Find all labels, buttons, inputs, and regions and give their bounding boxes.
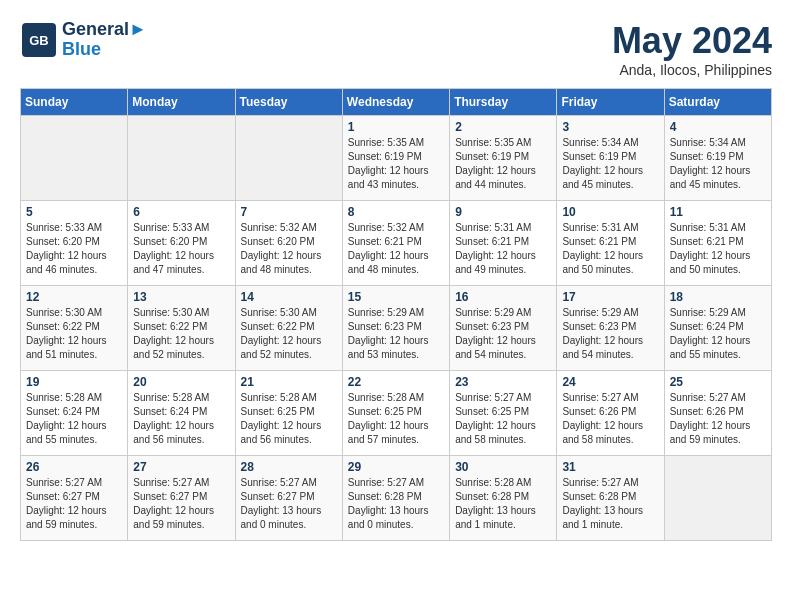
calendar-cell: [128, 116, 235, 201]
day-info: Sunrise: 5:33 AM Sunset: 6:20 PM Dayligh…: [133, 221, 229, 277]
day-info: Sunrise: 5:29 AM Sunset: 6:23 PM Dayligh…: [562, 306, 658, 362]
calendar-table: SundayMondayTuesdayWednesdayThursdayFrid…: [20, 88, 772, 541]
day-info: Sunrise: 5:29 AM Sunset: 6:23 PM Dayligh…: [455, 306, 551, 362]
day-number: 17: [562, 290, 658, 304]
day-number: 31: [562, 460, 658, 474]
day-of-week-header: Saturday: [664, 89, 771, 116]
day-info: Sunrise: 5:34 AM Sunset: 6:19 PM Dayligh…: [670, 136, 766, 192]
calendar-header-row: SundayMondayTuesdayWednesdayThursdayFrid…: [21, 89, 772, 116]
calendar-cell: 29Sunrise: 5:27 AM Sunset: 6:28 PM Dayli…: [342, 456, 449, 541]
calendar-cell: 14Sunrise: 5:30 AM Sunset: 6:22 PM Dayli…: [235, 286, 342, 371]
calendar-cell: 19Sunrise: 5:28 AM Sunset: 6:24 PM Dayli…: [21, 371, 128, 456]
day-info: Sunrise: 5:33 AM Sunset: 6:20 PM Dayligh…: [26, 221, 122, 277]
calendar-cell: 16Sunrise: 5:29 AM Sunset: 6:23 PM Dayli…: [450, 286, 557, 371]
calendar-cell: 20Sunrise: 5:28 AM Sunset: 6:24 PM Dayli…: [128, 371, 235, 456]
calendar-cell: 18Sunrise: 5:29 AM Sunset: 6:24 PM Dayli…: [664, 286, 771, 371]
calendar-cell: 15Sunrise: 5:29 AM Sunset: 6:23 PM Dayli…: [342, 286, 449, 371]
calendar-cell: 7Sunrise: 5:32 AM Sunset: 6:20 PM Daylig…: [235, 201, 342, 286]
calendar-cell: 1Sunrise: 5:35 AM Sunset: 6:19 PM Daylig…: [342, 116, 449, 201]
calendar-cell: 12Sunrise: 5:30 AM Sunset: 6:22 PM Dayli…: [21, 286, 128, 371]
day-number: 26: [26, 460, 122, 474]
svg-text:GB: GB: [29, 33, 49, 48]
day-number: 28: [241, 460, 337, 474]
day-of-week-header: Wednesday: [342, 89, 449, 116]
calendar-cell: 30Sunrise: 5:28 AM Sunset: 6:28 PM Dayli…: [450, 456, 557, 541]
day-of-week-header: Friday: [557, 89, 664, 116]
day-number: 7: [241, 205, 337, 219]
calendar-week-row: 1Sunrise: 5:35 AM Sunset: 6:19 PM Daylig…: [21, 116, 772, 201]
day-number: 5: [26, 205, 122, 219]
day-info: Sunrise: 5:31 AM Sunset: 6:21 PM Dayligh…: [670, 221, 766, 277]
day-of-week-header: Monday: [128, 89, 235, 116]
calendar-cell: 28Sunrise: 5:27 AM Sunset: 6:27 PM Dayli…: [235, 456, 342, 541]
day-of-week-header: Sunday: [21, 89, 128, 116]
day-number: 21: [241, 375, 337, 389]
day-info: Sunrise: 5:34 AM Sunset: 6:19 PM Dayligh…: [562, 136, 658, 192]
day-info: Sunrise: 5:27 AM Sunset: 6:26 PM Dayligh…: [670, 391, 766, 447]
day-info: Sunrise: 5:28 AM Sunset: 6:25 PM Dayligh…: [348, 391, 444, 447]
month-title: May 2024: [612, 20, 772, 62]
day-number: 9: [455, 205, 551, 219]
day-info: Sunrise: 5:29 AM Sunset: 6:23 PM Dayligh…: [348, 306, 444, 362]
day-info: Sunrise: 5:27 AM Sunset: 6:27 PM Dayligh…: [241, 476, 337, 532]
day-number: 18: [670, 290, 766, 304]
day-info: Sunrise: 5:27 AM Sunset: 6:27 PM Dayligh…: [133, 476, 229, 532]
day-number: 8: [348, 205, 444, 219]
location: Anda, Ilocos, Philippines: [612, 62, 772, 78]
day-number: 22: [348, 375, 444, 389]
calendar-cell: 27Sunrise: 5:27 AM Sunset: 6:27 PM Dayli…: [128, 456, 235, 541]
calendar-body: 1Sunrise: 5:35 AM Sunset: 6:19 PM Daylig…: [21, 116, 772, 541]
calendar-week-row: 5Sunrise: 5:33 AM Sunset: 6:20 PM Daylig…: [21, 201, 772, 286]
day-number: 2: [455, 120, 551, 134]
day-number: 23: [455, 375, 551, 389]
day-info: Sunrise: 5:28 AM Sunset: 6:24 PM Dayligh…: [26, 391, 122, 447]
calendar-cell: 9Sunrise: 5:31 AM Sunset: 6:21 PM Daylig…: [450, 201, 557, 286]
logo-icon: GB: [20, 21, 58, 59]
day-info: Sunrise: 5:32 AM Sunset: 6:21 PM Dayligh…: [348, 221, 444, 277]
day-info: Sunrise: 5:31 AM Sunset: 6:21 PM Dayligh…: [455, 221, 551, 277]
calendar-cell: 26Sunrise: 5:27 AM Sunset: 6:27 PM Dayli…: [21, 456, 128, 541]
day-number: 12: [26, 290, 122, 304]
calendar-cell: [664, 456, 771, 541]
calendar-cell: 3Sunrise: 5:34 AM Sunset: 6:19 PM Daylig…: [557, 116, 664, 201]
calendar-cell: 2Sunrise: 5:35 AM Sunset: 6:19 PM Daylig…: [450, 116, 557, 201]
day-info: Sunrise: 5:28 AM Sunset: 6:25 PM Dayligh…: [241, 391, 337, 447]
logo-line1: General►: [62, 20, 147, 40]
day-info: Sunrise: 5:27 AM Sunset: 6:28 PM Dayligh…: [348, 476, 444, 532]
day-of-week-header: Thursday: [450, 89, 557, 116]
day-info: Sunrise: 5:28 AM Sunset: 6:24 PM Dayligh…: [133, 391, 229, 447]
day-number: 25: [670, 375, 766, 389]
day-number: 16: [455, 290, 551, 304]
day-number: 11: [670, 205, 766, 219]
page-header: GB General► Blue May 2024 Anda, Ilocos, …: [20, 20, 772, 78]
calendar-cell: 31Sunrise: 5:27 AM Sunset: 6:28 PM Dayli…: [557, 456, 664, 541]
day-number: 13: [133, 290, 229, 304]
day-number: 6: [133, 205, 229, 219]
day-info: Sunrise: 5:27 AM Sunset: 6:28 PM Dayligh…: [562, 476, 658, 532]
calendar-cell: 4Sunrise: 5:34 AM Sunset: 6:19 PM Daylig…: [664, 116, 771, 201]
calendar-cell: 6Sunrise: 5:33 AM Sunset: 6:20 PM Daylig…: [128, 201, 235, 286]
day-number: 27: [133, 460, 229, 474]
calendar-cell: 17Sunrise: 5:29 AM Sunset: 6:23 PM Dayli…: [557, 286, 664, 371]
day-info: Sunrise: 5:35 AM Sunset: 6:19 PM Dayligh…: [455, 136, 551, 192]
day-info: Sunrise: 5:30 AM Sunset: 6:22 PM Dayligh…: [133, 306, 229, 362]
day-number: 20: [133, 375, 229, 389]
logo: GB General► Blue: [20, 20, 147, 60]
day-info: Sunrise: 5:27 AM Sunset: 6:25 PM Dayligh…: [455, 391, 551, 447]
day-number: 19: [26, 375, 122, 389]
day-info: Sunrise: 5:32 AM Sunset: 6:20 PM Dayligh…: [241, 221, 337, 277]
day-number: 1: [348, 120, 444, 134]
day-info: Sunrise: 5:31 AM Sunset: 6:21 PM Dayligh…: [562, 221, 658, 277]
calendar-week-row: 12Sunrise: 5:30 AM Sunset: 6:22 PM Dayli…: [21, 286, 772, 371]
calendar-cell: 5Sunrise: 5:33 AM Sunset: 6:20 PM Daylig…: [21, 201, 128, 286]
day-number: 3: [562, 120, 658, 134]
day-number: 10: [562, 205, 658, 219]
day-number: 30: [455, 460, 551, 474]
day-number: 29: [348, 460, 444, 474]
day-number: 4: [670, 120, 766, 134]
calendar-cell: [235, 116, 342, 201]
calendar-cell: 8Sunrise: 5:32 AM Sunset: 6:21 PM Daylig…: [342, 201, 449, 286]
day-info: Sunrise: 5:28 AM Sunset: 6:28 PM Dayligh…: [455, 476, 551, 532]
day-number: 14: [241, 290, 337, 304]
day-info: Sunrise: 5:29 AM Sunset: 6:24 PM Dayligh…: [670, 306, 766, 362]
